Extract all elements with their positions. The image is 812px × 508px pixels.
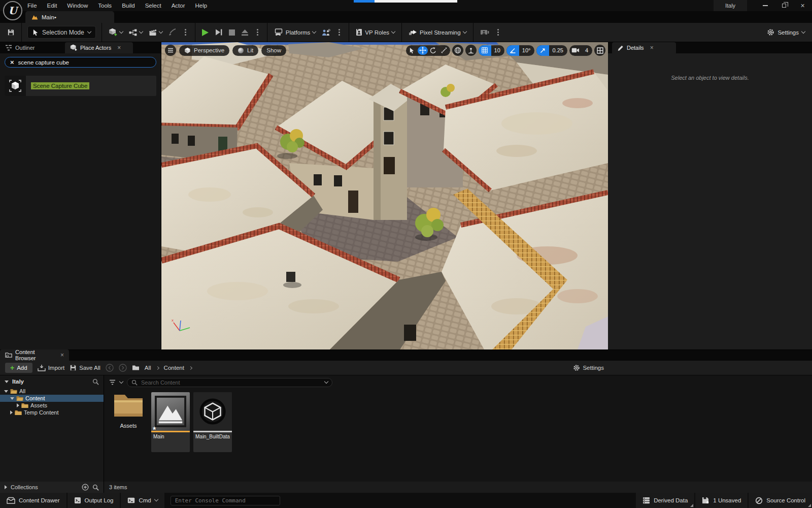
rotation-snap-control[interactable]: 10° xyxy=(506,45,535,56)
close-icon[interactable]: × xyxy=(117,44,121,51)
restore-button[interactable] xyxy=(774,0,793,11)
chevron-down-icon[interactable] xyxy=(119,379,123,383)
menu-item-tools[interactable]: Tools xyxy=(98,3,112,9)
scale-snap-icon xyxy=(536,45,549,56)
level-viewport[interactable]: x Perspective Lit Show xyxy=(161,42,608,350)
clear-search-icon[interactable]: × xyxy=(10,59,14,66)
add-button[interactable]: + Add xyxy=(5,363,32,373)
chevron-down-icon[interactable] xyxy=(324,379,328,383)
tab-content-browser[interactable]: Content Browser × xyxy=(0,350,69,361)
menu-item-file[interactable]: File xyxy=(27,3,37,9)
play-options-menu[interactable] xyxy=(252,26,263,39)
derived-data-button[interactable]: Derived Data xyxy=(636,493,694,508)
stop-button[interactable] xyxy=(226,26,238,39)
blueprints-button[interactable] xyxy=(126,26,146,39)
filter-icon[interactable] xyxy=(109,379,116,385)
menu-item-build[interactable]: Build xyxy=(122,3,135,9)
console-command-input[interactable] xyxy=(175,497,276,504)
content-drawer-button[interactable]: Content Drawer xyxy=(0,493,66,508)
collections-label: Collections xyxy=(11,484,38,490)
close-icon[interactable]: × xyxy=(650,44,654,51)
skip-frame-button[interactable] xyxy=(212,26,226,39)
source-control-button[interactable]: Source Control xyxy=(749,493,812,508)
content-search-input[interactable] xyxy=(141,379,321,386)
back-button[interactable] xyxy=(106,364,114,372)
world-local-toggle[interactable] xyxy=(452,45,463,56)
viewport-options-menu[interactable] xyxy=(165,45,176,56)
pencil-icon xyxy=(617,45,624,51)
cinematics-button[interactable] xyxy=(146,26,165,39)
move-tool[interactable] xyxy=(418,46,428,55)
tab-details[interactable]: Details × xyxy=(612,42,676,53)
content-search-field[interactable] xyxy=(127,378,332,387)
platforms-icon xyxy=(274,28,283,36)
unreal-logo-icon[interactable]: U xyxy=(3,1,22,20)
pixel-streaming-dropdown[interactable]: Pixel Streaming xyxy=(405,26,469,39)
cmd-dropdown[interactable]: Cmd xyxy=(121,493,164,508)
add-collection-icon[interactable] xyxy=(82,484,89,491)
tree-item-temp-content[interactable]: Temp Content xyxy=(0,409,104,416)
search-icon[interactable] xyxy=(92,484,99,491)
media-capture-button[interactable] xyxy=(477,26,492,39)
forward-button[interactable] xyxy=(119,364,127,372)
save-button[interactable] xyxy=(4,26,18,39)
search-icon[interactable] xyxy=(92,378,99,385)
unsaved-button[interactable]: 1 Unsaved xyxy=(695,493,748,508)
play-button[interactable] xyxy=(199,26,212,39)
surface-snapping-button[interactable] xyxy=(465,45,477,56)
place-actor-result-scene-capture-cube[interactable]: Scene Capture Cube xyxy=(5,76,156,96)
multi-user-options-menu[interactable] xyxy=(333,26,345,39)
import-button[interactable]: Import xyxy=(38,365,65,371)
grid-snap-control[interactable]: 10 xyxy=(479,45,504,56)
toolbar-overflow-menu[interactable] xyxy=(180,26,191,39)
collections-bar[interactable]: Collections xyxy=(0,482,104,493)
settings-dropdown[interactable]: Settings xyxy=(767,28,808,36)
asset-tile-level[interactable]: Main * xyxy=(151,392,190,452)
breadcrumb-content[interactable]: Content xyxy=(164,365,184,371)
camera-speed-control[interactable]: 4 xyxy=(569,45,592,56)
asset-tile-folder[interactable]: Assets xyxy=(109,392,148,429)
platforms-dropdown[interactable]: Platforms xyxy=(271,26,319,39)
menu-item-window[interactable]: Window xyxy=(67,3,88,9)
show-dropdown[interactable]: Show xyxy=(261,45,286,56)
scale-snap-control[interactable]: 0.25 xyxy=(536,45,567,56)
landscape-paint-button[interactable] xyxy=(165,26,180,39)
output-log-button[interactable]: Output Log xyxy=(67,493,120,508)
breadcrumb-all[interactable]: All xyxy=(145,365,151,371)
add-actor-button[interactable] xyxy=(106,26,126,39)
scale-tool[interactable] xyxy=(439,46,449,55)
tab-outliner[interactable]: Outliner xyxy=(0,42,65,53)
chevron-right-icon xyxy=(17,403,19,407)
cb-settings-button[interactable]: Settings xyxy=(573,364,604,371)
chevron-down-icon xyxy=(391,29,395,33)
menu-item-help[interactable]: Help xyxy=(195,3,208,9)
close-button[interactable]: × xyxy=(793,0,812,11)
save-all-button[interactable]: Save All xyxy=(70,364,100,371)
menu-item-select[interactable]: Select xyxy=(145,3,161,9)
place-actors-search-field[interactable]: × xyxy=(5,57,156,68)
tab-place-actors[interactable]: Place Actors × xyxy=(65,42,133,53)
menu-item-actor[interactable]: Actor xyxy=(172,3,185,9)
eject-button[interactable] xyxy=(238,26,252,39)
menu-item-edit[interactable]: Edit xyxy=(47,3,57,9)
rotate-tool[interactable] xyxy=(428,46,438,55)
breadcrumb-folder-icon xyxy=(132,365,140,371)
multi-user-button[interactable] xyxy=(319,26,333,39)
asset-tile-built-data[interactable]: Main_BuiltData xyxy=(193,392,232,452)
tree-item-assets[interactable]: Assets xyxy=(0,402,104,409)
level-tab-main[interactable]: Main• xyxy=(25,11,114,23)
capture-options-menu[interactable] xyxy=(492,26,504,39)
source-root-dropdown[interactable]: Italy xyxy=(0,375,104,388)
maximize-viewport-button[interactable] xyxy=(594,45,605,56)
select-tool[interactable] xyxy=(407,46,417,55)
selection-mode-dropdown[interactable]: Selection Mode xyxy=(27,26,96,39)
tree-item-all[interactable]: All xyxy=(0,388,104,395)
minimize-button[interactable] xyxy=(756,0,774,11)
vp-roles-dropdown[interactable]: VP Roles xyxy=(353,26,398,39)
place-actors-search-input[interactable] xyxy=(18,59,151,66)
perspective-dropdown[interactable]: Perspective xyxy=(179,45,229,56)
console-command-field[interactable] xyxy=(171,496,280,505)
close-icon[interactable]: × xyxy=(60,352,64,359)
tree-item-content[interactable]: Content xyxy=(0,395,104,402)
lit-dropdown[interactable]: Lit xyxy=(232,45,258,56)
